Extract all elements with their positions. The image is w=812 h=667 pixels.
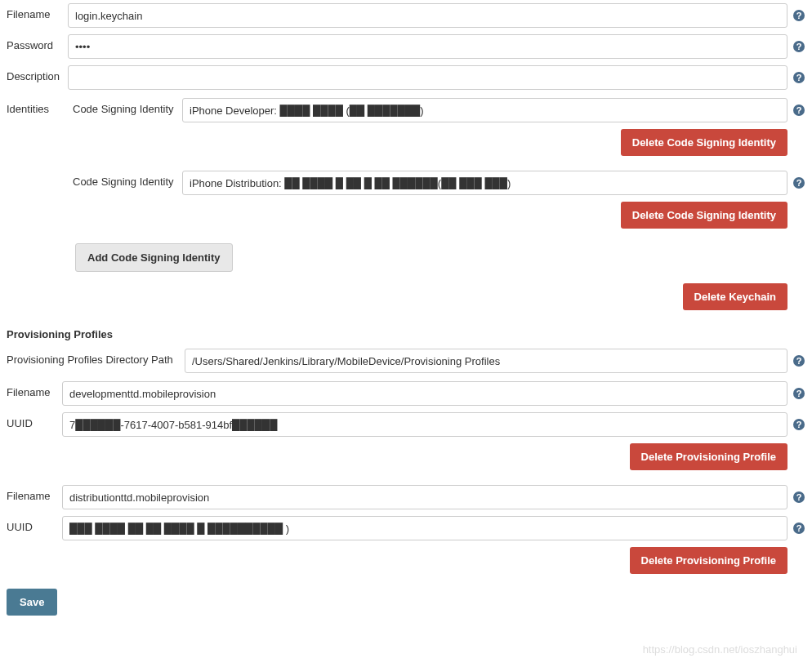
help-icon[interactable]: ? [792, 522, 805, 535]
svg-text:?: ? [796, 105, 802, 115]
profile-uuid-label: UUID [7, 516, 62, 533]
svg-text:?: ? [796, 73, 802, 82]
help-icon[interactable]: ? [792, 491, 805, 504]
filename-input[interactable] [68, 3, 787, 28]
delete-code-signing-identity-button[interactable]: Delete Code Signing Identity [621, 202, 787, 229]
profile-uuid-input[interactable] [62, 412, 787, 437]
svg-text:?: ? [796, 178, 802, 188]
add-code-signing-identity-button[interactable]: Add Code Signing Identity [75, 243, 233, 272]
provisioning-profiles-title: Provisioning Profiles [7, 328, 805, 340]
provisioning-dir-label: Provisioning Profiles Directory Path [7, 349, 185, 366]
save-button[interactable]: Save [7, 589, 57, 616]
help-icon[interactable]: ? [792, 176, 805, 189]
help-icon[interactable]: ? [792, 40, 805, 53]
svg-text:?: ? [796, 11, 802, 20]
provisioning-dir-input[interactable] [185, 349, 787, 373]
svg-text:?: ? [796, 523, 802, 533]
delete-keychain-button[interactable]: Delete Keychain [683, 283, 787, 310]
delete-provisioning-profile-button[interactable]: Delete Provisioning Profile [630, 547, 787, 574]
profile-uuid-label: UUID [7, 412, 62, 429]
identities-label: Identities [7, 98, 68, 243]
password-input[interactable] [68, 34, 787, 59]
delete-provisioning-profile-button[interactable]: Delete Provisioning Profile [630, 443, 787, 470]
svg-text:?: ? [796, 42, 802, 51]
help-icon[interactable]: ? [792, 354, 805, 367]
delete-code-signing-identity-button[interactable]: Delete Code Signing Identity [621, 129, 787, 156]
svg-text:?: ? [796, 356, 802, 366]
profile-filename-input[interactable] [62, 485, 787, 509]
description-label: Description [7, 65, 68, 82]
help-icon[interactable]: ? [792, 9, 805, 22]
code-signing-identity-input[interactable] [182, 98, 787, 122]
help-icon[interactable]: ? [792, 387, 805, 400]
profile-filename-input[interactable] [62, 381, 787, 406]
filename-label: Filename [7, 3, 68, 20]
profile-uuid-input[interactable] [62, 516, 787, 540]
help-icon[interactable]: ? [792, 104, 805, 117]
code-signing-identity-label: Code Signing Identity [68, 98, 182, 115]
code-signing-identity-input[interactable] [182, 171, 787, 195]
svg-text:?: ? [796, 492, 802, 502]
code-signing-identity-label: Code Signing Identity [68, 171, 182, 188]
profile-filename-label: Filename [7, 485, 62, 502]
profile-filename-label: Filename [7, 381, 62, 398]
svg-text:?: ? [796, 389, 802, 398]
help-icon[interactable]: ? [792, 418, 805, 431]
description-input[interactable] [68, 65, 787, 90]
svg-text:?: ? [796, 420, 802, 429]
help-icon[interactable]: ? [792, 71, 805, 84]
password-label: Password [7, 34, 68, 51]
